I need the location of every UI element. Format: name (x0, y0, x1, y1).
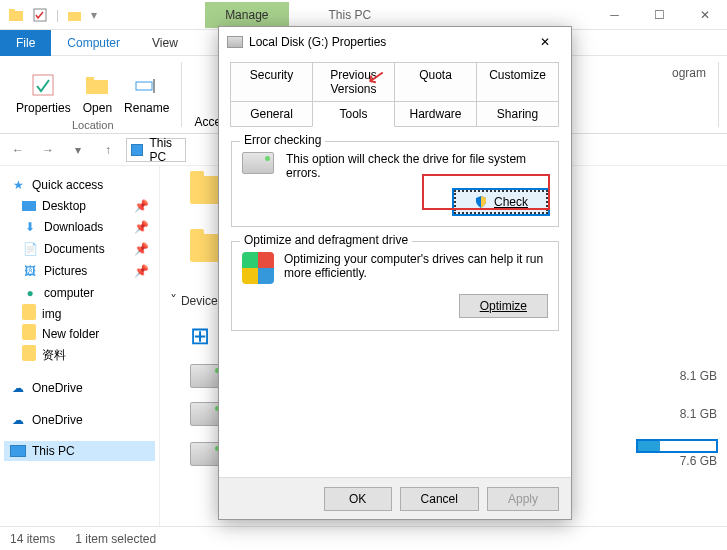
location-group-label: Location (72, 119, 114, 131)
ribbon-rename-label: Rename (124, 101, 169, 115)
dialog-tabs: Security Previous Versions Quota Customi… (231, 63, 559, 127)
svg-rect-1 (9, 9, 15, 12)
properties-dialog: Local Disk (G:) Properties ✕ Security Pr… (218, 26, 572, 520)
nav-recent[interactable]: ▾ (66, 138, 90, 162)
tab-general[interactable]: General (230, 101, 313, 127)
sidebar-new-folder[interactable]: New folder (4, 324, 155, 344)
ribbon-properties[interactable]: Properties (12, 69, 75, 117)
address-field[interactable]: This PC (126, 138, 186, 162)
pin-icon: 📌 (134, 264, 149, 278)
windows-drive-icon: ⊞ (190, 322, 210, 350)
star-icon: ★ (10, 177, 26, 193)
optimize-text: Optimizing your computer's drives can he… (284, 252, 548, 284)
svg-rect-0 (9, 11, 23, 21)
drive-usage-bar (637, 440, 717, 452)
optimize-group: Optimize and defragment drive Optimizing… (231, 241, 559, 331)
drive-check-icon (242, 152, 276, 178)
qat-dropdown-icon[interactable]: ▾ (91, 8, 97, 22)
file-tab[interactable]: File (0, 30, 51, 56)
selection-count: 1 item selected (75, 532, 156, 546)
sidebar-img[interactable]: img (4, 304, 155, 324)
defrag-icon (242, 252, 274, 284)
dialog-close-button[interactable]: ✕ (527, 28, 563, 56)
svg-rect-5 (86, 80, 108, 94)
sidebar-computer-folder[interactable]: ●computer (4, 282, 155, 304)
error-checking-group: Error checking This option will check th… (231, 141, 559, 227)
ribbon-rename[interactable]: Rename (120, 69, 173, 117)
pc-icon (10, 445, 26, 457)
open-icon (83, 71, 111, 99)
svg-rect-7 (136, 82, 152, 90)
onedrive-icon: ☁ (10, 412, 26, 428)
properties-icon (29, 71, 57, 99)
ribbon-open-label: Open (83, 101, 112, 115)
folder-icon: ● (22, 285, 38, 301)
optimize-legend: Optimize and defragment drive (240, 233, 412, 247)
svg-rect-6 (86, 77, 94, 81)
nav-back[interactable]: ← (6, 138, 30, 162)
close-button[interactable]: ✕ (682, 0, 727, 30)
window-title: This PC (309, 2, 392, 28)
documents-icon: 📄 (22, 241, 38, 257)
nav-up[interactable]: ↑ (96, 138, 120, 162)
sidebar: ★ Quick access Desktop📌 ⬇Downloads📌 📄Doc… (0, 166, 160, 526)
properties-qat-icon[interactable] (32, 7, 48, 23)
sidebar-documents[interactable]: 📄Documents📌 (4, 238, 155, 260)
view-tab[interactable]: View (136, 31, 194, 55)
qat-divider: | (56, 8, 59, 22)
cancel-button[interactable]: Cancel (400, 487, 479, 511)
minimize-button[interactable]: ─ (592, 0, 637, 30)
explorer-icon (8, 7, 24, 23)
pin-icon: 📌 (134, 199, 149, 213)
sidebar-quick-access[interactable]: ★ Quick access (4, 174, 155, 196)
maximize-button[interactable]: ☐ (637, 0, 682, 30)
cropped-label: ogram (662, 58, 716, 131)
sidebar-onedrive-2[interactable]: ☁OneDrive (4, 409, 155, 431)
pictures-icon: 🖼 (22, 263, 38, 279)
tab-quota[interactable]: Quota (394, 62, 477, 102)
sidebar-desktop[interactable]: Desktop📌 (4, 196, 155, 216)
pin-icon: 📌 (134, 242, 149, 256)
tab-hardware[interactable]: Hardware (394, 101, 477, 127)
pc-icon (131, 144, 143, 156)
new-folder-qat-icon[interactable] (67, 7, 83, 23)
downloads-icon: ⬇ (22, 219, 38, 235)
tab-sharing[interactable]: Sharing (476, 101, 559, 127)
dialog-title: Local Disk (G:) Properties (249, 35, 386, 49)
sidebar-onedrive-1[interactable]: ☁OneDrive (4, 377, 155, 399)
optimize-button[interactable]: Optimize (459, 294, 548, 318)
ribbon-properties-label: Properties (16, 101, 71, 115)
svg-rect-3 (68, 12, 81, 21)
annotation-box (422, 174, 550, 210)
dialog-footer: OK Cancel Apply (219, 477, 571, 519)
sidebar-this-pc[interactable]: This PC (4, 441, 155, 461)
drive-free-label: 8.1 GB (680, 407, 717, 421)
pin-icon: 📌 (134, 220, 149, 234)
status-bar: 14 items 1 item selected (0, 526, 727, 550)
drive-free-label: 7.6 GB (680, 454, 717, 468)
folder-icon (22, 309, 36, 320)
ok-button[interactable]: OK (324, 487, 392, 511)
apply-button[interactable]: Apply (487, 487, 559, 511)
tab-security[interactable]: Security (230, 62, 313, 102)
ribbon-open[interactable]: Open (79, 69, 116, 117)
dialog-titlebar[interactable]: Local Disk (G:) Properties ✕ (219, 27, 571, 57)
desktop-icon (22, 201, 36, 211)
quick-access-toolbar: | ▾ (0, 7, 105, 23)
folder-icon (22, 329, 36, 340)
tab-customize[interactable]: Customize (476, 62, 559, 102)
nav-forward[interactable]: → (36, 138, 60, 162)
breadcrumb[interactable]: This PC (149, 136, 181, 164)
computer-tab[interactable]: Computer (51, 31, 136, 55)
sidebar-downloads[interactable]: ⬇Downloads📌 (4, 216, 155, 238)
folder-icon (22, 350, 36, 361)
sidebar-ziliao[interactable]: 资料 (4, 344, 155, 367)
sidebar-pictures[interactable]: 🖼Pictures📌 (4, 260, 155, 282)
error-checking-legend: Error checking (240, 133, 325, 147)
item-count: 14 items (10, 532, 55, 546)
tab-tools[interactable]: Tools (312, 101, 395, 127)
drive-free-label: 8.1 GB (680, 369, 717, 383)
onedrive-icon: ☁ (10, 380, 26, 396)
rename-icon (133, 71, 161, 99)
manage-tab[interactable]: Manage (205, 2, 288, 28)
